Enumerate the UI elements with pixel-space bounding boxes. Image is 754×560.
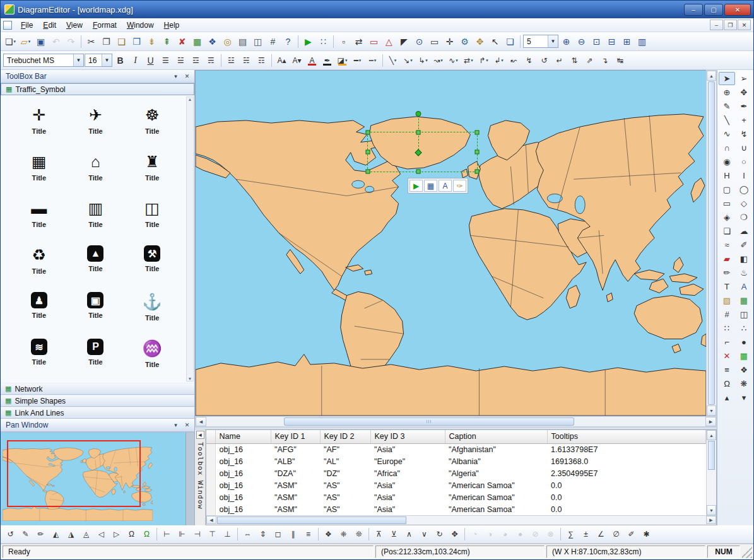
lock-button[interactable]: Ω — [139, 527, 154, 542]
swimmer-icon[interactable]: ♒ Title — [124, 336, 180, 380]
pan-close-button[interactable]: ✕ — [182, 421, 192, 430]
cell-tooltips[interactable]: 0.0 — [547, 491, 706, 503]
tent-icon[interactable]: ▲ Title — [68, 243, 124, 287]
row-selector[interactable] — [206, 479, 215, 491]
textbox-tool[interactable]: A — [736, 280, 752, 293]
annotate-button[interactable]: ✐ — [624, 527, 639, 542]
factory-icon[interactable]: ♜ Title — [124, 149, 180, 194]
send-to-back-button[interactable]: ⊻ — [387, 527, 401, 542]
parking-icon[interactable]: P Title — [68, 336, 124, 380]
align-top-edge-button[interactable]: ⊤ — [205, 527, 220, 542]
column-header[interactable]: Key ID 2 — [320, 430, 370, 443]
ellipse-tool[interactable]: ◯ — [736, 183, 752, 196]
toolbox-scrollbar[interactable]: ▲▼ — [186, 96, 194, 382]
redo-button[interactable]: ↷▾ — [64, 34, 78, 49]
cell-key-id-2[interactable]: "AS" — [320, 479, 370, 491]
scroll-left-icon[interactable]: ◀ — [206, 516, 216, 524]
align-bottom-edge-button[interactable]: ⊥ — [220, 527, 235, 542]
dimension-v-tool[interactable]: I — [736, 169, 752, 182]
delete-button[interactable]: ✘▾ — [175, 34, 189, 49]
pencil-tool[interactable]: ✎ — [719, 100, 735, 113]
table-row[interactable]: obj_16 "AFG" "AF" "Asia" "Afghanistan" 1… — [206, 443, 706, 455]
ungroup-button[interactable]: ❈ — [336, 527, 351, 542]
mirror-button[interactable]: ◬ — [79, 527, 93, 542]
style-none-button[interactable]: ⊘ — [528, 527, 543, 542]
cell-key-id-1[interactable]: "ASM" — [271, 503, 320, 515]
rotate-right-button[interactable]: ↻ — [432, 527, 447, 542]
same-height-button[interactable]: ⇕ — [256, 527, 270, 542]
play-action-button[interactable]: ▶ — [409, 180, 423, 192]
cell-key-id-3[interactable]: "Asia" — [370, 443, 445, 455]
close-button[interactable]: ✕ — [724, 4, 751, 16]
find-button[interactable]: ⊙▾ — [412, 34, 427, 49]
column-header[interactable]: Tooltips — [547, 430, 706, 443]
select-frame-button[interactable]: ▫▾ — [336, 34, 351, 49]
pen-tool[interactable]: ✒ — [736, 100, 752, 113]
cell-caption[interactable]: "Albania" — [445, 455, 547, 467]
shear-h-button[interactable]: ◭ — [49, 527, 63, 542]
callout-tool[interactable]: ❏ — [719, 225, 735, 238]
circle-tool[interactable]: ○ — [736, 155, 752, 168]
chevron-down-icon[interactable]: ▼ — [548, 35, 558, 47]
arc-tool[interactable]: ∩ — [719, 141, 735, 155]
selection-handle[interactable] — [475, 131, 480, 135]
line-style-button[interactable]: ┅▾ — [365, 53, 380, 67]
vertical-scroll-thumb[interactable] — [708, 81, 715, 405]
align-right-button[interactable]: ☲▾ — [189, 53, 203, 67]
fill-color-button[interactable]: ◪▾ — [335, 53, 350, 67]
cell-tooltips[interactable]: 2.3504995E7 — [547, 467, 706, 479]
paste-button[interactable]: ❑▾ — [114, 34, 129, 49]
database-button[interactable]: ◎▾ — [220, 34, 235, 49]
pan-button[interactable]: ✥▾ — [473, 34, 487, 49]
scroll-up-icon[interactable]: ▲ — [707, 71, 716, 81]
selection-center-handle[interactable] — [415, 149, 421, 156]
cell-key-id-1[interactable]: "ASM" — [271, 491, 320, 503]
mdi-restore-button[interactable]: ❐ — [724, 20, 737, 30]
hiker-icon[interactable]: ♟ Title — [11, 289, 68, 334]
copy-button[interactable]: ❐▾ — [99, 34, 114, 49]
page-button[interactable]: ❏▾ — [503, 34, 517, 49]
select-tool[interactable]: ➤ — [719, 72, 735, 85]
ruler-tool[interactable]: ≡ — [719, 363, 735, 376]
plus-minus-button[interactable]: ± — [579, 527, 593, 542]
print-button[interactable]: ▤▾ — [235, 34, 250, 49]
column-header[interactable]: Name — [215, 430, 271, 443]
zoom-in-button[interactable]: ⊕ — [559, 34, 574, 49]
menu-item[interactable]: Format — [88, 20, 122, 31]
flip-h-button[interactable]: ◁ — [94, 527, 109, 542]
spiral-tool[interactable]: ◉ — [719, 155, 735, 168]
font-size-combo[interactable]: 16 ▼ — [85, 54, 112, 67]
transform-button[interactable]: ⇄▾ — [351, 34, 366, 49]
curve-tool[interactable]: ∪ — [736, 141, 752, 155]
zoom-out-button[interactable]: ⊖ — [574, 34, 589, 49]
style-quarter-button[interactable]: ◔ — [468, 527, 482, 542]
toolbox-group-collapsed[interactable]: ▦ Network — [1, 383, 194, 395]
cell-key-id-3[interactable]: "Asia" — [370, 503, 445, 515]
undo-button[interactable]: ↶▾ — [49, 34, 63, 49]
collapse-left-icon[interactable]: ◀ — [196, 431, 204, 439]
toolbox-pin-button[interactable]: ▾ — [171, 72, 180, 81]
dimension-h-tool[interactable]: H — [719, 169, 735, 182]
scroll-up-tool[interactable]: ▴ — [719, 391, 735, 404]
move-button[interactable]: ✥ — [447, 527, 462, 542]
marker-tool[interactable]: ✐ — [736, 238, 752, 252]
rotate-left-button[interactable]: ↺ — [3, 527, 18, 542]
line-tool[interactable]: ╲ — [719, 114, 735, 127]
scroll-up-icon[interactable]: ▲ — [188, 97, 192, 102]
selection-handle[interactable] — [475, 150, 480, 155]
insert-table-button[interactable]: ▦▾ — [190, 34, 204, 49]
cell-key-id-2[interactable]: "AF" — [320, 443, 370, 455]
toolbox-group-traffic-symbol[interactable]: ▦ Traffic_Symbol — [1, 83, 194, 95]
gear-button[interactable]: ⚙▾ — [457, 34, 472, 49]
angle-button[interactable]: ∠ — [594, 527, 608, 542]
diameter-button[interactable]: ∅ — [609, 527, 623, 542]
toolbox-window-tab[interactable]: ◀ Toolbox Window — [195, 429, 206, 525]
row-selector[interactable] — [206, 443, 215, 455]
connector-elbow-button[interactable]: ↳▾ — [416, 53, 430, 67]
edit-shape-button[interactable]: ✏ — [33, 527, 48, 542]
polygon-tool[interactable]: ◈ — [719, 211, 735, 224]
stamp-action-button[interactable]: ✑ — [453, 180, 466, 192]
connector-double-button[interactable]: ⇄▾ — [461, 53, 476, 67]
table-row[interactable]: obj_16 "ASM" "AS" "Asia" "American Samoa… — [206, 479, 706, 491]
cell-name[interactable]: obj_16 — [215, 479, 271, 491]
